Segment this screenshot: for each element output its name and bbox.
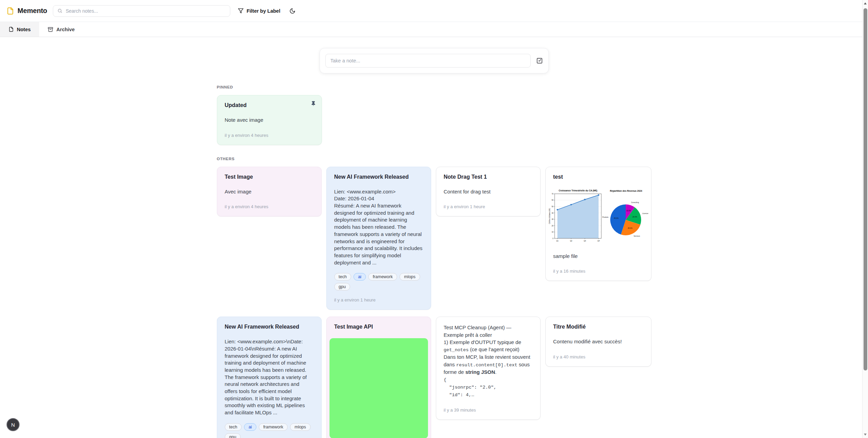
search-icon bbox=[57, 8, 62, 13]
svg-text:Services: Services bbox=[634, 235, 640, 237]
filter-by-label-text: Filter by Label bbox=[246, 8, 280, 14]
tab-archive-label: Archive bbox=[56, 27, 74, 32]
svg-text:70: 70 bbox=[552, 193, 554, 194]
svg-text:20: 20 bbox=[552, 225, 554, 226]
note-card-test-image[interactable]: Test Image Avec image il y a environ 4 h… bbox=[217, 167, 322, 217]
note-content: Avec image bbox=[225, 188, 314, 196]
others-grid: Test Image Avec image il y a environ 4 h… bbox=[217, 167, 651, 438]
search-box[interactable] bbox=[53, 5, 230, 17]
app-logo: Memento bbox=[7, 7, 47, 15]
theme-toggle-button[interactable] bbox=[289, 8, 296, 14]
note-card-ai-framework-1[interactable]: New AI Framework Released Lien: <www.exa… bbox=[326, 167, 431, 310]
note-file-icon bbox=[7, 7, 14, 15]
tag-pill-gpu[interactable]: gpu bbox=[334, 283, 350, 291]
note-timestamp: il y a 39 minutes bbox=[444, 407, 533, 413]
svg-text:Répartition des Revenus 2024: Répartition des Revenus 2024 bbox=[610, 190, 642, 192]
note-image-green bbox=[329, 338, 428, 438]
note-card-drag-test[interactable]: Note Drag Test 1 Content for drag test i… bbox=[436, 167, 541, 217]
note-card-test-charts[interactable]: test Croissance Trimestrielle du CA (M€)… bbox=[545, 167, 651, 281]
tag-pill-framework[interactable]: framework bbox=[259, 423, 288, 431]
svg-text:Produits: Produits bbox=[602, 216, 608, 218]
view-tabs: Notes Archive bbox=[0, 22, 868, 37]
note-card-titre-modifie[interactable]: Titre Modifié Contenu modifié avec succè… bbox=[545, 317, 651, 367]
tab-notes[interactable]: Notes bbox=[0, 22, 39, 37]
note-title: New AI Framework Released bbox=[225, 324, 314, 330]
svg-text:Q4: Q4 bbox=[597, 240, 600, 242]
note-title: Updated bbox=[225, 102, 314, 108]
pin-icon[interactable] bbox=[311, 101, 316, 108]
tag-list: techaiframeworkmlopsgpu bbox=[225, 423, 314, 438]
note-content: Lien: <www.example.com>\nDate: 2026-01-0… bbox=[225, 338, 314, 416]
notes-board: PINNED Updated Note avec image il y a en… bbox=[0, 48, 868, 438]
scrollbar-down-arrow[interactable] bbox=[864, 434, 867, 436]
svg-text:45.0%: 45.0% bbox=[614, 217, 618, 219]
tab-notes-label: Notes bbox=[17, 27, 31, 32]
note-card-updated[interactable]: Updated Note avec image il y a environ 4… bbox=[217, 95, 322, 145]
tag-pill-tech[interactable]: tech bbox=[225, 423, 242, 431]
scrollbar-thumb[interactable] bbox=[864, 8, 867, 370]
vertical-scrollbar[interactable] bbox=[862, 0, 868, 438]
tag-pill-ai[interactable]: ai bbox=[244, 423, 256, 431]
svg-text:Chiffre d'affaires (M€): Chiffre d'affaires (M€) bbox=[549, 208, 551, 224]
note-card-test-image-api[interactable]: Test Image API bbox=[326, 317, 431, 438]
svg-text:Q1: Q1 bbox=[556, 240, 558, 242]
note-timestamp: il y a environ 1 heure bbox=[444, 204, 533, 209]
others-section-label: OTHERS bbox=[217, 157, 651, 161]
note-card-mcp-cleanup[interactable]: Test MCP Cleanup (Agent) — Exemple prêt … bbox=[436, 317, 541, 419]
user-avatar-button[interactable]: N bbox=[7, 418, 20, 431]
note-title: New AI Framework Released bbox=[334, 174, 423, 180]
revenue-pie-chart: Répartition des Revenus 202410.0%Consult… bbox=[603, 188, 648, 247]
tab-archive[interactable]: Archive bbox=[39, 22, 83, 37]
svg-text:Q3: Q3 bbox=[583, 240, 586, 242]
svg-text:Croissance Trimestrielle du CA: Croissance Trimestrielle du CA (M€) bbox=[558, 189, 597, 192]
note-timestamp: il y a 16 minutes bbox=[553, 269, 644, 274]
note-title: Test Image bbox=[225, 174, 314, 180]
note-timestamp: il y a environ 1 heure bbox=[334, 297, 423, 303]
note-content: Content for drag test bbox=[444, 188, 533, 196]
note-title: Test Image API bbox=[334, 324, 423, 330]
note-timestamp: il y a 40 minutes bbox=[553, 354, 644, 359]
note-title: Titre Modifié bbox=[553, 324, 644, 330]
tag-pill-mlops[interactable]: mlops bbox=[400, 273, 420, 281]
pinned-section-label: PINNED bbox=[217, 85, 651, 89]
note-title: Note Drag Test 1 bbox=[444, 174, 533, 180]
app-header: Memento Filter by Label bbox=[0, 0, 868, 22]
note-card-ai-framework-2[interactable]: New AI Framework Released Lien: <www.exa… bbox=[217, 317, 322, 438]
note-composer bbox=[320, 48, 549, 73]
search-input[interactable] bbox=[66, 8, 226, 14]
file-icon bbox=[9, 27, 14, 32]
svg-text:10: 10 bbox=[552, 231, 554, 233]
svg-text:20.0%: 20.0% bbox=[632, 216, 637, 218]
check-square-icon bbox=[536, 57, 543, 64]
take-a-note-input[interactable] bbox=[325, 54, 531, 68]
scrollbar-up-arrow[interactable] bbox=[864, 2, 867, 4]
svg-text:Licences: Licences bbox=[642, 213, 648, 214]
note-title: test bbox=[553, 174, 644, 180]
funnel-icon bbox=[238, 8, 244, 14]
note-content: Lien: <www.example.com> Date: 2026-01-04… bbox=[334, 188, 423, 267]
svg-text:10.0%: 10.0% bbox=[626, 210, 631, 212]
tag-pill-gpu[interactable]: gpu bbox=[225, 433, 241, 438]
moon-icon bbox=[289, 8, 296, 14]
note-image-charts: Croissance Trimestrielle du CA (M€)01020… bbox=[548, 188, 648, 247]
archive-icon bbox=[48, 27, 53, 32]
tag-pill-tech[interactable]: tech bbox=[334, 273, 351, 281]
tag-list: techaiframeworkmlopsgpu bbox=[334, 273, 423, 291]
svg-text:60: 60 bbox=[552, 199, 554, 201]
note-content: Contenu modifié avec succès! bbox=[553, 338, 644, 345]
svg-text:Q2: Q2 bbox=[570, 240, 572, 242]
pinned-grid: Updated Note avec image il y a environ 4… bbox=[217, 95, 651, 145]
filter-by-label-button[interactable]: Filter by Label bbox=[238, 8, 280, 14]
add-checklist-button[interactable] bbox=[536, 57, 543, 64]
svg-text:Consulting: Consulting bbox=[631, 201, 639, 203]
note-content-rich: Test MCP Cleanup (Agent) — Exemple prêt … bbox=[444, 324, 533, 398]
note-content: sample file bbox=[553, 253, 644, 260]
revenue-area-chart: Croissance Trimestrielle du CA (M€)01020… bbox=[548, 188, 603, 247]
svg-text:50: 50 bbox=[552, 206, 554, 208]
tag-pill-mlops[interactable]: mlops bbox=[290, 423, 310, 431]
tag-pill-framework[interactable]: framework bbox=[368, 273, 397, 281]
svg-text:0: 0 bbox=[552, 237, 553, 239]
note-content: Note avec image bbox=[225, 117, 314, 124]
tag-pill-ai[interactable]: ai bbox=[354, 273, 366, 281]
app-title: Memento bbox=[18, 7, 47, 15]
